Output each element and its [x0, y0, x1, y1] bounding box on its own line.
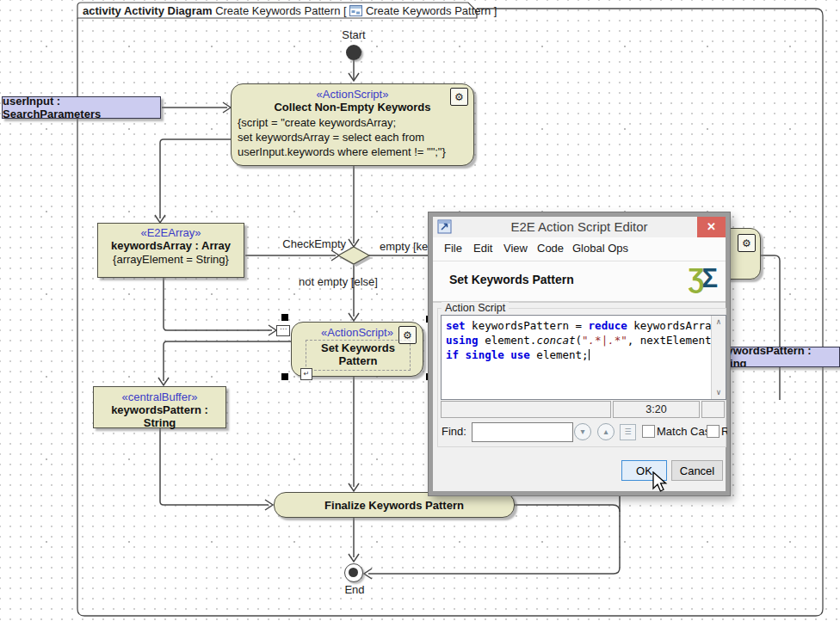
status-segment-right: [701, 401, 725, 418]
diagram-icon: [349, 5, 362, 16]
finalize-name: Finalize Keywords Pattern: [324, 499, 464, 512]
input-pin-icon[interactable]: ⋯: [276, 325, 290, 336]
set-keywords-name-line2: Pattern: [306, 354, 410, 367]
keywords-array-constraint: {arrayElement = String}: [98, 252, 244, 267]
frame-tab-inner-name: Create Keywords Pattern ]: [366, 4, 497, 17]
gear-icon[interactable]: ⚙: [450, 88, 468, 106]
keywords-array-name: keywordsArray : Array: [98, 239, 244, 252]
collect-script-line: {script = "create keywordsArray;: [238, 115, 473, 130]
edge-label-not-empty: not empty [else]: [290, 275, 386, 288]
activity-final-node[interactable]: [344, 563, 363, 582]
collect-script-line: userInput.keywords where element != "";"…: [238, 144, 473, 159]
action-script-code-editor[interactable]: set keywordsPattern = reduce keywordsArr…: [441, 315, 726, 400]
editor-statusbar: 3:20: [441, 401, 725, 418]
find-bar: Find: ▾ ▴ ☰ Match Case Re: [438, 421, 727, 442]
frame-tab-name: Create Keywords Pattern [: [215, 4, 346, 17]
find-prev-icon[interactable]: ▴: [597, 423, 615, 440]
object-node-user-input[interactable]: userInput : SearchParameters: [2, 96, 161, 119]
dialog-header-title: Set Keywords Pattern: [449, 273, 574, 286]
close-button[interactable]: ✕: [697, 217, 726, 237]
e2e-logo-right: Σ: [701, 263, 715, 293]
find-label: Find:: [442, 425, 466, 438]
code-text: set keywordsPattern = reduce keywordsArr…: [446, 318, 718, 362]
keywords-array-stereotype: «E2EArray»: [98, 226, 244, 239]
scroll-up-icon[interactable]: ∧: [712, 316, 726, 329]
hidden-buffer-node[interactable]: keywordsPattern : String: [711, 347, 840, 367]
status-cursor-position: 3:20: [613, 401, 700, 418]
dialog-header: Set Keywords Pattern ƷΣ: [433, 261, 726, 303]
collect-name: Collect Non-Empty Keywords: [232, 101, 473, 114]
dialog-title: E2E Action Script Editor: [433, 219, 726, 234]
scroll-down-icon[interactable]: ∨: [712, 386, 726, 399]
menu-file[interactable]: File: [444, 242, 462, 255]
e2e-logo-icon: ƷΣ: [688, 263, 715, 294]
menu-view[interactable]: View: [503, 242, 528, 255]
final-node-core: [349, 568, 358, 577]
initial-node[interactable]: [346, 45, 361, 60]
dialog-titlebar[interactable]: E2E Action Script Editor ✕: [433, 217, 726, 237]
menu-global-ops[interactable]: Global Ops: [572, 242, 628, 255]
gear-icon[interactable]: ⚙: [398, 326, 417, 344]
code-scrollbar[interactable]: ∧ ∨: [711, 316, 726, 399]
central-buffer-stereotype: «centralBuffer»: [94, 390, 225, 403]
object-node-keywords-array[interactable]: «E2EArray» keywordsArray : Array {arrayE…: [97, 223, 244, 278]
regex-label: Re: [721, 425, 727, 438]
status-segment-left: [441, 401, 611, 418]
hidden-buffer-label: keywordsPattern : String: [714, 347, 839, 367]
selection-handle[interactable]: [281, 314, 288, 321]
frame-tab: activity Activity Diagram Create Keyword…: [83, 4, 497, 17]
collect-stereotype: «ActionScript»: [232, 88, 473, 101]
decision-label: CheckEmpty: [277, 237, 346, 250]
mouse-cursor: [652, 471, 670, 495]
end-node-label: End: [339, 583, 370, 596]
gear-icon[interactable]: ⚙: [738, 234, 756, 252]
action-script-group-label: Action Script: [442, 302, 509, 314]
frame-tab-keyword: activity Activity Diagram: [83, 4, 213, 17]
edge-label-empty: empty [key: [380, 240, 429, 253]
find-next-icon[interactable]: ▾: [574, 423, 591, 440]
set-keywords-name-line1: Set Keywords: [306, 341, 410, 354]
menu-edit[interactable]: Edit: [473, 242, 492, 255]
find-input[interactable]: [472, 422, 573, 442]
start-node-label: Start: [327, 28, 380, 41]
activity-diagram-canvas: activity Activity Diagram Create Keyword…: [0, 0, 840, 621]
menu-code[interactable]: Code: [537, 242, 564, 255]
e2e-action-script-editor-dialog: E2E Action Script Editor ✕ File Edit Vie…: [429, 212, 730, 495]
selection-handle[interactable]: [281, 373, 288, 380]
regex-checkbox[interactable]: [707, 425, 720, 438]
e2e-logo-left: Ʒ: [688, 263, 701, 293]
find-options-icon[interactable]: ☰: [620, 424, 636, 440]
dialog-menubar: File Edit View Code Global Ops: [433, 237, 726, 261]
action-node-collect-keywords[interactable]: «ActionScript» Collect Non-Empty Keyword…: [231, 83, 474, 166]
match-case-checkbox[interactable]: [642, 425, 655, 438]
cancel-button[interactable]: Cancel: [671, 460, 723, 481]
central-buffer-name: keywordsPattern : String: [94, 403, 225, 429]
central-buffer-node[interactable]: «centralBuffer» keywordsPattern : String: [93, 386, 226, 428]
output-pin-icon[interactable]: ↵: [300, 368, 312, 380]
collect-script-line: set keywordsArray = select each from: [238, 130, 473, 144]
action-node-finalize[interactable]: Finalize Keywords Pattern: [274, 492, 515, 518]
